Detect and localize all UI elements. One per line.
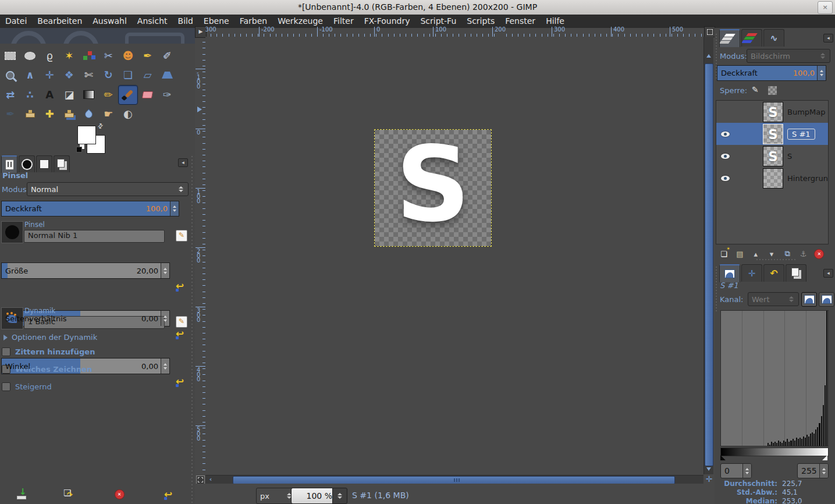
visibility-cell[interactable] [716, 132, 734, 137]
layer-name[interactable]: S [787, 152, 792, 161]
tool-scissors-select[interactable]: ✂ [98, 46, 118, 66]
menu-bearbeiten[interactable]: Bearbeiten [32, 15, 87, 28]
paint-mode-dropdown[interactable]: Normal [27, 182, 189, 196]
tool-measure[interactable]: ∧ [20, 66, 40, 86]
color-area[interactable]: ⇄ [76, 125, 110, 155]
menu-auswahl[interactable]: Auswahl [87, 15, 132, 28]
undo-history-tab[interactable] [763, 264, 784, 282]
range-low-handle[interactable] [720, 455, 726, 460]
layer-row-s-1[interactable]: SS #1 [716, 123, 828, 145]
new-group-button[interactable]: ▤ [733, 247, 747, 260]
scroll-down-icon[interactable] [706, 467, 711, 471]
tool-fuzzy-select[interactable]: ✶ [59, 46, 79, 66]
tool-blur-sharpen[interactable] [79, 105, 99, 125]
checkbox-zittern-hinzuf-gen[interactable]: Zittern hinzufügen [2, 347, 95, 356]
horizontal-scrollbar-thumb[interactable] [233, 476, 675, 484]
brush-preview[interactable] [1, 221, 23, 243]
layer-opacity-spinner[interactable] [817, 66, 826, 80]
layer-opacity-slider[interactable]: Deckkraft 100,0 [717, 65, 826, 81]
lock-alpha-icon[interactable] [768, 86, 777, 95]
checkbox-box-icon[interactable] [2, 347, 10, 356]
vertical-ruler[interactable]: - 1 0 001 0 02 0 03 0 04 0 05 0 0 [195, 37, 206, 474]
new-layer-button[interactable]: ❏✶ [717, 247, 731, 260]
edit-brush-button[interactable]: ✎ [176, 230, 187, 242]
canvas-viewport[interactable]: S [205, 37, 703, 474]
scroll-up-icon[interactable] [706, 54, 711, 58]
gradients-tab[interactable] [54, 155, 70, 172]
default-colors-icon[interactable] [76, 144, 84, 152]
dock-drag-handle[interactable] [190, 156, 194, 504]
zoom-level-field[interactable]: 100 % [291, 488, 337, 504]
tool-ellipse-select[interactable] [20, 46, 40, 66]
scroll-left-icon[interactable]: ‹ [207, 476, 215, 483]
canvas-image[interactable]: S [375, 130, 491, 246]
channels-tab[interactable] [741, 29, 762, 47]
zoom-spinner[interactable] [332, 488, 347, 504]
tool-color-picker[interactable]: ✐ [158, 46, 177, 66]
layer-row-bumpmap[interactable]: SBumpMap [716, 101, 828, 123]
tool-select-by-color[interactable] [79, 46, 99, 66]
tool-pencil[interactable]: ✏ [98, 85, 118, 105]
visibility-cell[interactable] [716, 176, 734, 181]
eye-icon[interactable] [721, 132, 730, 137]
delete-layer-button[interactable]: ✕ [812, 247, 826, 260]
vertical-scrollbar[interactable] [703, 37, 713, 474]
tool-paintbrush[interactable] [118, 85, 138, 105]
zoom-follow-window-button[interactable] [704, 26, 715, 37]
lock-pixels-icon[interactable]: ✎ [752, 85, 759, 94]
histogram-log-button[interactable] [819, 292, 834, 307]
brush-name-field[interactable]: Normal Nib 1 [24, 230, 165, 243]
tool-clone[interactable] [20, 105, 40, 125]
slider-spinner[interactable] [161, 311, 169, 326]
checkbox-box-icon[interactable] [2, 382, 10, 391]
histogram-linear-button[interactable] [801, 292, 817, 307]
tool-options-tab[interactable] [1, 155, 17, 173]
canvas-menu-button[interactable]: ▶ [195, 26, 207, 38]
tool-free-select[interactable]: ϱ [40, 46, 59, 66]
collapse-left-arrow-icon[interactable]: ◂ [823, 34, 833, 42]
brushes-tab[interactable] [19, 155, 35, 172]
tool-crop[interactable]: ✄ [79, 66, 99, 86]
range-max-spinner[interactable]: 255 [797, 463, 829, 478]
menu-datei[interactable]: Datei [0, 15, 32, 28]
eye-icon[interactable] [721, 176, 730, 181]
foreground-color-swatch[interactable] [77, 126, 96, 144]
tool-shear[interactable]: ▱ [138, 66, 158, 86]
save-tool-preset-button[interactable] [14, 488, 29, 501]
edit-dynamics-button[interactable]: ✎ [176, 316, 187, 328]
tool-foreground-select[interactable]: ☻ [118, 46, 138, 66]
dock-divider-handle[interactable] [756, 258, 797, 261]
channel-dropdown[interactable]: Wert [748, 292, 799, 306]
dynamics-options-expander[interactable]: Optionen der Dynamik [3, 333, 97, 342]
tool-cage-transform[interactable]: ∴ [20, 85, 40, 105]
checkbox-steigernd[interactable]: Steigernd [2, 382, 52, 391]
collapse-left-arrow-icon[interactable]: ◂ [823, 269, 833, 278]
eye-icon[interactable] [721, 154, 730, 159]
layer-mode-dropdown[interactable]: Bildschirm [747, 49, 830, 63]
vertical-scrollbar-thumb[interactable] [705, 63, 713, 466]
tool-eraser[interactable] [138, 85, 158, 105]
images-tab[interactable] [786, 264, 806, 282]
close-button[interactable]: × [818, 1, 833, 14]
tool-move[interactable]: ✛ [40, 66, 59, 86]
tool-perspective-clone[interactable] [59, 105, 79, 125]
quickmask-toggle[interactable] [196, 475, 205, 484]
tool-bucket-fill[interactable]: ◪ [59, 85, 79, 105]
range-high-handle[interactable] [822, 455, 827, 460]
tool-rotate[interactable]: ↻ [98, 66, 118, 86]
paths-tab[interactable] [763, 29, 784, 47]
layers-tab[interactable] [719, 29, 740, 47]
visibility-cell[interactable] [716, 154, 734, 159]
tool-heal[interactable]: ✚ [40, 105, 59, 125]
layer-name[interactable]: S #1 [787, 129, 815, 140]
spinner-arrows[interactable] [742, 464, 751, 478]
delete-tool-preset-button[interactable]: ✕ [112, 488, 127, 501]
tool-flip[interactable]: ⇄ [1, 85, 20, 105]
tool-rect-select[interactable] [1, 46, 20, 66]
dock-drag-handle[interactable] [715, 267, 717, 313]
opacity-slider[interactable]: Deckkraft 100,0 [1, 201, 179, 216]
gr-e-slider[interactable]: Größe20,00 [1, 262, 170, 279]
titlebar[interactable]: *[Unbenannt]-4.0 (RGB-Farben, 4 Ebenen) … [0, 0, 835, 15]
pointer-tab[interactable] [741, 264, 762, 282]
tool-paths[interactable]: ✒ [138, 46, 158, 66]
